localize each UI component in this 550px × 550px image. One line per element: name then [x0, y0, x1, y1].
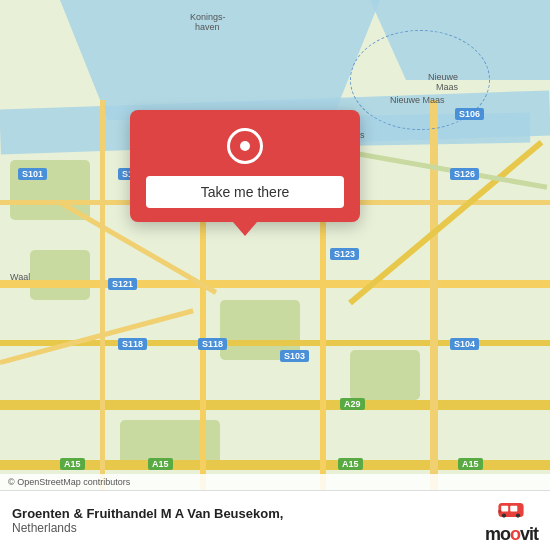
road-badge-a29: A29 [340, 398, 365, 410]
road-badge-s121: S121 [108, 278, 137, 290]
map-attribution: © OpenStreetMap contributors [0, 474, 550, 490]
place-country: Netherlands [12, 521, 283, 535]
location-popup: Take me there [130, 110, 360, 222]
svg-rect-1 [502, 506, 509, 512]
road-badge-s103b: S103 [280, 350, 309, 362]
footer: Groenten & Fruithandel M A Van Beusekom,… [0, 490, 550, 550]
pin-dot [240, 141, 250, 151]
road-badge-s104: S104 [450, 338, 479, 350]
road-badge-a15d: A15 [458, 458, 483, 470]
moovit-icon [497, 496, 525, 524]
place-name: Groenten & Fruithandel M A Van Beusekom, [12, 506, 283, 521]
road-badge-s118a: S118 [118, 338, 147, 350]
green-area-4 [350, 350, 420, 400]
road-h1 [0, 280, 550, 288]
road-badge-a15a: A15 [60, 458, 85, 470]
road-badge-s118b: S118 [198, 338, 227, 350]
take-me-there-button[interactable]: Take me there [146, 176, 344, 208]
svg-rect-2 [511, 506, 518, 512]
road-badge-s106: S106 [455, 108, 484, 120]
road-badge-a15b: A15 [148, 458, 173, 470]
attribution-text: © OpenStreetMap contributors [8, 477, 130, 487]
footer-text-block: Groenten & Fruithandel M A Van Beusekom,… [12, 506, 283, 535]
svg-rect-5 [499, 510, 502, 513]
location-pin [227, 128, 263, 164]
road-v3 [100, 100, 105, 500]
moovit-logo-text: moovit [485, 524, 538, 545]
svg-point-3 [502, 514, 506, 518]
green-area-2 [30, 250, 90, 300]
road-badge-s123: S123 [330, 248, 359, 260]
road-h3 [0, 400, 550, 410]
road-badge-s101: S101 [18, 168, 47, 180]
road-badge-s126: S126 [450, 168, 479, 180]
road-badge-a15c: A15 [338, 458, 363, 470]
svg-point-4 [516, 514, 520, 518]
map-container: S101S103S103S121S118S118S123S126S104A15A… [0, 0, 550, 550]
moovit-logo-block: moovit [485, 496, 538, 545]
